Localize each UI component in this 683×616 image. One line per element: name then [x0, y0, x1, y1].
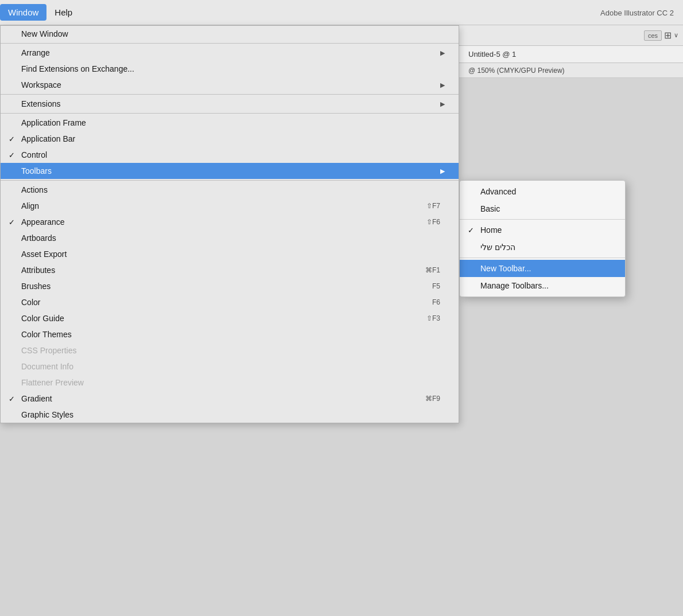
menu-separator-4 [1, 180, 459, 181]
doc-subtitle: @ 150% (CMYK/GPU Preview) [459, 63, 683, 78]
gradient-label: Gradient [21, 394, 52, 403]
menu-item-align[interactable]: Align ⇧F7 [1, 198, 459, 214]
app-bar-label: Application Bar [21, 134, 75, 143]
doc-tab-label: Untitled-5 @ 1 [468, 50, 516, 59]
menu-item-workspace[interactable]: Workspace ▶ [1, 77, 459, 93]
menu-item-brushes[interactable]: Brushes F5 [1, 278, 459, 294]
menu-item-appearance[interactable]: Appearance ⇧F6 [1, 214, 459, 230]
css-properties-label: CSS Properties [21, 346, 76, 355]
submenu-item-new-toolbar[interactable]: New Toolbar... [460, 260, 625, 277]
advanced-label: Advanced [480, 187, 516, 196]
menu-item-color[interactable]: Color F6 [1, 294, 459, 310]
appearance-label: Appearance [21, 217, 65, 227]
menu-separator-3 [1, 113, 459, 114]
menubar: Window Help Adobe Illustrator CC 2 [0, 0, 683, 25]
toolbar-icons-bar: ces ⊞ ∨ [459, 25, 683, 46]
extensions-label: Extensions [21, 99, 60, 108]
workspace-label: Workspace [21, 80, 61, 89]
menu-item-toolbars[interactable]: Toolbars ▶ [1, 163, 459, 179]
menu-item-app-frame[interactable]: Application Frame [1, 115, 459, 131]
workspace-button[interactable]: ces [644, 30, 662, 41]
submenu-item-manage-toolbars[interactable]: Manage Toolbars... [460, 277, 625, 294]
basic-label: Basic [480, 204, 500, 213]
arrange-label: Arrange [21, 48, 50, 57]
color-themes-label: Color Themes [21, 330, 72, 339]
document-info-label: Document Info [21, 362, 73, 371]
control-label: Control [21, 150, 47, 159]
menu-item-new-window[interactable]: New Window [1, 26, 459, 42]
actions-label: Actions [21, 185, 48, 194]
toolbar-dropdown-icon[interactable]: ∨ [674, 32, 678, 39]
color-guide-shortcut: ⇧F3 [426, 314, 445, 322]
color-guide-label: Color Guide [21, 314, 64, 323]
toolbars-submenu: Advanced Basic Home הכלים שלי New Toolba… [459, 180, 626, 297]
submenu-item-home[interactable]: Home [460, 221, 625, 239]
menu-item-gradient[interactable]: Gradient ⌘F9 [1, 391, 459, 407]
artboards-label: Artboards [21, 233, 56, 243]
attributes-shortcut: ⌘F1 [425, 266, 445, 274]
graphic-styles-label: Graphic Styles [21, 410, 73, 419]
toolbars-submenu-panel: Advanced Basic Home הכלים שלי New Toolba… [459, 180, 626, 297]
arrange-arrow-icon: ▶ [440, 49, 445, 57]
align-label: Align [21, 201, 39, 210]
brushes-label: Brushes [21, 282, 51, 291]
menu-item-artboards[interactable]: Artboards [1, 230, 459, 246]
menubar-item-window[interactable]: Window [0, 4, 46, 21]
my-tools-label: הכלים שלי [480, 243, 515, 252]
submenu-item-advanced[interactable]: Advanced [460, 183, 625, 200]
color-shortcut: F6 [432, 298, 445, 306]
home-label: Home [480, 225, 502, 235]
gradient-shortcut: ⌘F9 [425, 395, 445, 403]
submenu-separator-1 [460, 219, 625, 220]
submenu-item-basic[interactable]: Basic [460, 200, 625, 217]
menu-item-attributes[interactable]: Attributes ⌘F1 [1, 262, 459, 278]
color-label: Color [21, 298, 40, 307]
new-toolbar-label: New Toolbar... [480, 264, 531, 273]
menu-separator-1 [1, 43, 459, 44]
preview-label: @ 150% (CMYK/GPU Preview) [468, 67, 565, 75]
attributes-label: Attributes [21, 266, 55, 275]
menubar-item-help[interactable]: Help [46, 4, 80, 21]
menu-item-color-themes[interactable]: Color Themes [1, 326, 459, 342]
menu-item-document-info: Document Info [1, 358, 459, 375]
find-extensions-label: Find Extensions on Exchange... [21, 64, 134, 73]
extensions-arrow-icon: ▶ [440, 100, 445, 108]
doc-tab: Untitled-5 @ 1 [459, 46, 683, 63]
menu-item-asset-export[interactable]: Asset Export [1, 246, 459, 262]
toolbar-toggle-icon[interactable]: ⊞ [664, 30, 672, 41]
menu-separator-2 [1, 94, 459, 95]
menu-item-actions[interactable]: Actions [1, 182, 459, 198]
align-shortcut: ⇧F7 [426, 202, 445, 210]
menu-item-color-guide[interactable]: Color Guide ⇧F3 [1, 310, 459, 326]
menu-item-find-extensions[interactable]: Find Extensions on Exchange... [1, 61, 459, 77]
menu-item-flattener-preview: Flattener Preview [1, 375, 459, 391]
new-window-label: New Window [21, 29, 68, 38]
menu-item-graphic-styles[interactable]: Graphic Styles [1, 407, 459, 423]
menu-item-app-bar[interactable]: Application Bar [1, 131, 459, 147]
menu-item-arrange[interactable]: Arrange ▶ [1, 45, 459, 61]
toolbars-arrow-icon: ▶ [440, 167, 445, 175]
submenu-separator-2 [460, 258, 625, 258]
window-dropdown-menu: New Window Arrange ▶ Find Extensions on … [0, 25, 459, 423]
workspace-arrow-icon: ▶ [440, 81, 445, 89]
asset-export-label: Asset Export [21, 249, 67, 259]
menu-item-control[interactable]: Control [1, 147, 459, 163]
app-frame-label: Application Frame [21, 118, 86, 127]
toolbars-label: Toolbars [21, 166, 52, 176]
menu-item-css-properties: CSS Properties [1, 342, 459, 358]
toolbar-right-area: ces ⊞ ∨ [644, 30, 678, 41]
appearance-shortcut: ⇧F6 [426, 218, 445, 226]
menu-item-extensions[interactable]: Extensions ▶ [1, 96, 459, 112]
submenu-item-my-tools[interactable]: הכלים שלי [460, 239, 625, 256]
flattener-preview-label: Flattener Preview [21, 378, 84, 387]
brushes-shortcut: F5 [432, 282, 445, 290]
app-title: Adobe Illustrator CC 2 [600, 0, 683, 25]
manage-toolbars-label: Manage Toolbars... [480, 281, 549, 290]
